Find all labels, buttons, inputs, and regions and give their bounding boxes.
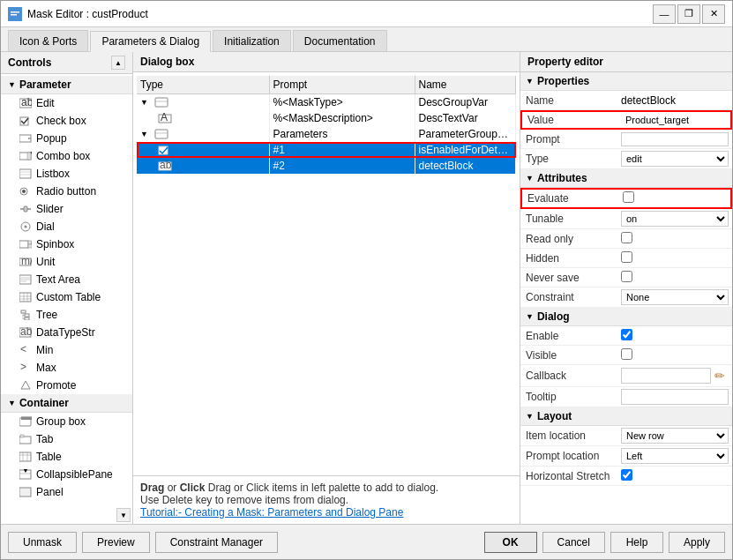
control-radio[interactable]: Radio button [1,183,132,200]
control-slider[interactable]: Slider [1,200,132,218]
control-collapsible[interactable]: ▼ CollapsiblePane [1,466,132,483]
control-tab[interactable]: Tab [1,430,132,448]
panel-icon [19,485,33,499]
value-text-input[interactable] [623,114,727,126]
prop-enable-value[interactable] [617,327,732,345]
cancel-button[interactable]: Cancel [542,532,605,553]
control-datatypestr[interactable]: abc DataTypeStr [1,324,132,341]
apply-button[interactable]: Apply [669,532,725,553]
row0-type: ▼ [137,94,269,111]
prop-prompt-input[interactable] [617,131,732,148]
readonly-checkbox[interactable] [621,232,632,243]
tab-documentation[interactable]: Documentation [293,30,387,51]
tutorial-link[interactable]: Tutorial:- Creating a Mask: Parameters a… [140,506,403,519]
evaluate-checkbox[interactable] [623,191,634,203]
help-button[interactable]: Help [610,532,663,553]
constraint-manager-button[interactable]: Constraint Manager [155,532,278,553]
type-dropdown[interactable]: edit checkbox popup [621,151,729,167]
enable-checkbox[interactable] [621,329,632,340]
prop-section-properties[interactable]: ▼ Properties [520,72,732,91]
prop-tunable-select[interactable]: on off [617,209,732,228]
table-icon [19,450,33,464]
svg-text:▼: ▼ [29,239,32,250]
row0-expand-icon[interactable]: ▼ [140,98,153,107]
control-unit[interactable]: m/s Unit [1,253,132,271]
dialog-row-3[interactable]: #1 isEnabledForDetectability [137,142,516,158]
neversave-checkbox[interactable] [621,271,632,282]
dialog-row-1[interactable]: A %<MaskDescription> DescTextVar [137,110,516,126]
prop-readonly-value[interactable] [617,230,732,248]
control-popup[interactable]: Popup [1,130,132,147]
control-table[interactable]: Table [1,448,132,466]
prop-section-attributes[interactable]: ▼ Attributes [520,169,732,188]
control-textarea[interactable]: Text Area [1,271,132,288]
prop-neversave-value[interactable] [617,269,732,287]
edit-icon: ab| [19,96,33,110]
prop-hstretch-value[interactable] [617,467,732,485]
property-editor-header: Property editor [520,52,732,72]
control-checkbox[interactable]: Check box [1,112,132,130]
callback-text-input[interactable] [621,368,711,384]
hidden-checkbox[interactable] [621,251,632,263]
tab-initialization[interactable]: Initialization [213,30,291,51]
promptlocation-dropdown[interactable]: Left Right [621,448,729,464]
prop-itemlocation-select[interactable]: New row Same row [617,426,732,445]
dialog-row-4[interactable]: ab| #2 detectBlock [137,158,516,174]
minimize-button[interactable]: — [653,4,676,24]
control-groupbox[interactable]: ▬ Group box [1,413,132,430]
prop-evaluate-value[interactable] [619,190,730,207]
control-promote[interactable]: Promote [1,377,132,394]
control-dial[interactable]: Dial [1,218,132,235]
restore-button[interactable]: ❐ [677,4,700,24]
dialog-row-2[interactable]: ▼ Parameters ParameterGroupVar [137,126,516,142]
hstretch-checkbox[interactable] [621,469,632,481]
control-max[interactable]: > Max [1,359,132,377]
svg-marker-46 [21,381,30,389]
dialog-collapse-icon: ▼ [526,312,534,321]
prop-visible-value[interactable] [617,347,732,364]
prop-promptlocation-select[interactable]: Left Right [617,446,732,466]
tooltip-text-input[interactable] [621,389,729,405]
prop-row-tooltip: Tooltip [520,387,732,407]
row4-prompt: #2 [269,158,415,174]
callback-edit-button[interactable]: ✏ [711,367,729,385]
svg-text:abc: abc [20,327,32,338]
itemlocation-dropdown[interactable]: New row Same row [621,428,729,444]
control-spinbox[interactable]: ▲▼ Spinbox [1,235,132,253]
prop-section-layout[interactable]: ▼ Layout [520,407,732,426]
prop-row-prompt: Prompt [520,130,732,149]
control-panel[interactable]: Panel [1,483,132,501]
prompt-text-input[interactable] [621,132,729,146]
col-prompt-header: Prompt [269,76,415,94]
controls-scroll-up[interactable]: ▲ [111,56,125,70]
ok-button[interactable]: OK [484,532,537,553]
prop-callback-value[interactable]: ✏ [617,365,732,386]
prop-readonly-label: Read only [520,231,617,247]
dialog-row-0[interactable]: ▼ %<MaskType> DescGroupVar [137,94,516,111]
control-tree[interactable]: Tree [1,306,132,324]
prop-section-dialog[interactable]: ▼ Dialog [520,308,732,326]
tab-parameters-dialog[interactable]: Parameters & Dialog [90,31,211,52]
visible-checkbox[interactable] [621,348,632,360]
control-combobox[interactable]: ▼ Combo box [1,147,132,165]
prop-tooltip-input[interactable] [617,387,732,407]
controls-section-parameter[interactable]: ▼ Parameter [1,76,132,94]
tab-icon-ports[interactable]: Icon & Ports [8,30,88,51]
row2-expand-icon[interactable]: ▼ [140,130,153,138]
controls-section-container[interactable]: ▼ Container [1,394,132,413]
constraint-dropdown[interactable]: None [621,289,729,305]
prop-value-input[interactable] [619,112,730,128]
prop-constraint-select[interactable]: None [617,287,732,307]
svg-text:▼: ▼ [20,469,31,475]
tunable-dropdown[interactable]: on off [621,211,729,227]
prop-type-select[interactable]: edit checkbox popup [617,149,732,168]
prop-hidden-value[interactable] [617,250,732,267]
controls-scroll-down[interactable]: ▼ [116,508,131,522]
unmask-button[interactable]: Unmask [8,532,77,553]
control-edit[interactable]: ab| Edit [1,94,132,112]
control-min[interactable]: < Min [1,341,132,359]
preview-button[interactable]: Preview [82,532,150,553]
close-button[interactable]: ✕ [702,4,725,24]
control-custom-table[interactable]: Custom Table [1,288,132,306]
control-listbox[interactable]: Listbox [1,165,132,183]
